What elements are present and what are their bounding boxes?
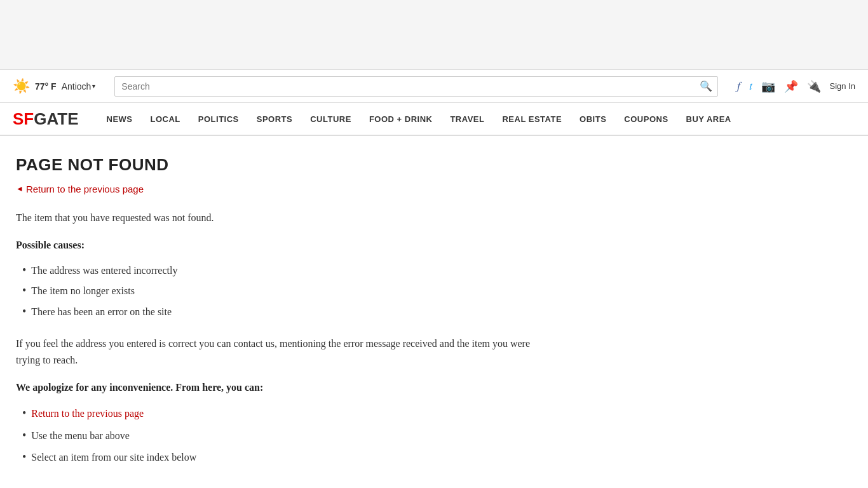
nav-item-real-estate[interactable]: REAL ESTATE bbox=[493, 114, 571, 124]
page-title: PAGE NOT FOUND bbox=[16, 155, 556, 175]
utility-bar: ☀️ 77° F Antioch ▾ 🔍 𝑓 𝑡 📷 📌 🔌 Sign In bbox=[0, 70, 868, 103]
option-item-1: Return to the previous page bbox=[22, 402, 556, 424]
nav-item-politics[interactable]: POLITICS bbox=[189, 114, 248, 124]
description-text: The item that you have requested was not… bbox=[16, 210, 556, 226]
nav-item-coupons[interactable]: COUPONS bbox=[615, 114, 677, 124]
main-content: PAGE NOT FOUND ◄ Return to the previous … bbox=[0, 136, 572, 487]
nav-item-travel[interactable]: TRAVEL bbox=[441, 114, 493, 124]
nav-item-sports[interactable]: SPORTS bbox=[248, 114, 301, 124]
utility-left: ☀️ 77° F Antioch ▾ bbox=[13, 78, 95, 95]
back-link-top[interactable]: ◄ Return to the previous page bbox=[16, 184, 144, 194]
sign-in-button[interactable]: Sign In bbox=[830, 81, 855, 92]
nav-item-culture[interactable]: CULTURE bbox=[301, 114, 360, 124]
nav-item-food-drink[interactable]: FOOD + DRINK bbox=[360, 114, 442, 124]
possible-causes-title: Possible causes: bbox=[16, 240, 556, 251]
logo-link[interactable]: SFGATE bbox=[13, 109, 79, 129]
options-list: Return to the previous page Use the menu… bbox=[16, 402, 556, 468]
nav-items: NEWS LOCAL POLITICS SPORTS CULTURE FOOD … bbox=[98, 113, 740, 125]
option-text-index: Select an item from our site index below bbox=[31, 448, 196, 467]
option-text-menu: Use the menu bar above bbox=[31, 426, 130, 445]
rss-icon[interactable]: 🔌 bbox=[807, 79, 821, 93]
option-item-3: Select an item from our site index below bbox=[22, 446, 556, 468]
cause-text-3: There has been an error on the site bbox=[31, 303, 172, 322]
nav-item-obits[interactable]: OBITS bbox=[571, 114, 615, 124]
apology-title: We apologize for any inconvenience. From… bbox=[16, 382, 556, 393]
location-button[interactable]: Antioch ▾ bbox=[62, 81, 96, 92]
nav-item-buy-area[interactable]: BUY AREA bbox=[677, 114, 740, 124]
cause-text-2: The item no longer exists bbox=[31, 282, 135, 301]
search-bar: 🔍 bbox=[114, 76, 717, 97]
ad-banner bbox=[0, 0, 868, 70]
search-input[interactable] bbox=[115, 81, 694, 92]
facebook-icon[interactable]: 𝑓 bbox=[737, 79, 740, 93]
main-nav: SFGATE NEWS LOCAL POLITICS SPORTS CULTUR… bbox=[0, 103, 868, 136]
cause-item-1: The address was entered incorrectly bbox=[22, 260, 556, 280]
nav-item-news[interactable]: NEWS bbox=[98, 114, 142, 124]
twitter-icon[interactable]: 𝑡 bbox=[749, 79, 752, 93]
cause-item-3: There has been an error on the site bbox=[22, 301, 556, 322]
back-link-top-label: Return to the previous page bbox=[26, 184, 144, 194]
nav-item-local[interactable]: LOCAL bbox=[142, 114, 189, 124]
weather-temp: 77° F bbox=[35, 81, 57, 92]
location-label: Antioch bbox=[62, 81, 92, 92]
logo-gate: GATE bbox=[34, 109, 78, 128]
contact-text: If you feel the address you entered is c… bbox=[16, 336, 556, 368]
cause-item-2: The item no longer exists bbox=[22, 280, 556, 301]
instagram-icon[interactable]: 📷 bbox=[761, 79, 775, 93]
pinterest-icon[interactable]: 📌 bbox=[784, 79, 798, 93]
logo-sf: SF bbox=[13, 109, 34, 128]
cause-text-1: The address was entered incorrectly bbox=[31, 262, 177, 280]
search-button[interactable]: 🔍 bbox=[695, 80, 717, 92]
option-link-previous-page[interactable]: Return to the previous page bbox=[31, 404, 144, 423]
chevron-down-icon: ▾ bbox=[92, 83, 95, 90]
back-arrow-icon: ◄ bbox=[16, 184, 24, 193]
causes-list: The address was entered incorrectly The … bbox=[16, 260, 556, 322]
utility-right: 𝑓 𝑡 📷 📌 🔌 Sign In bbox=[737, 79, 855, 93]
weather-icon: ☀️ bbox=[13, 78, 30, 95]
option-item-2: Use the menu bar above bbox=[22, 424, 556, 446]
